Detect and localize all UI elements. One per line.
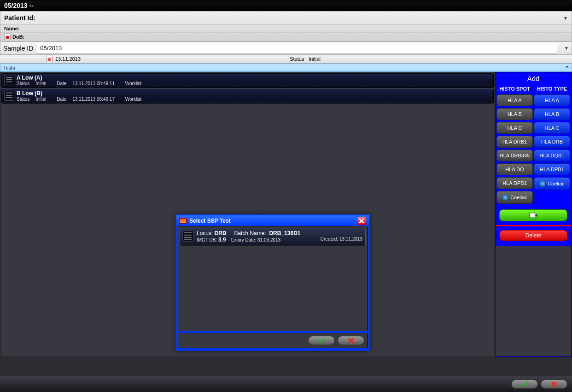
test-item[interactable]: B Low (B) Status Initial Date 13.11.2013…: [1, 89, 494, 104]
col-header-histo-spot: HISTO SPOT: [496, 85, 533, 92]
add-type-hla-dpb1-button[interactable]: HLA DPB1: [534, 163, 570, 175]
calendar-icon[interactable]: ▦: [46, 56, 53, 62]
dialog-footer: [178, 333, 368, 348]
dialog-close-button[interactable]: [357, 217, 366, 225]
patient-name-row: Name:: [0, 24, 572, 33]
dialog-titlebar[interactable]: Select SSP Test: [176, 215, 369, 226]
plate-icon: [4, 91, 14, 101]
add-panel-title: Add: [496, 73, 571, 85]
sample-status-label: Status: [290, 56, 304, 62]
patient-header: Patient Id: ▼ Name: ▦ DoB:: [0, 11, 572, 41]
tests-area: A Low (A) Status Initial Date 13.11.2013…: [0, 72, 572, 357]
add-confirm-button[interactable]: [499, 209, 567, 221]
window-title: 05/2013 --: [0, 0, 572, 11]
window-title-text: 05/2013 --: [4, 2, 34, 9]
page-cancel-button[interactable]: [541, 380, 567, 389]
collapse-icon[interactable]: ^: [566, 65, 569, 70]
select-ssp-test-dialog: Select SSP Test Locus: DRB Batch Name: D…: [175, 214, 370, 351]
sample-id-input[interactable]: [37, 43, 557, 53]
divider: [496, 225, 571, 226]
histo-spot-column: HISTO SPOT HLA A HLA B HLA C HLA DRB1 HL…: [496, 85, 533, 204]
calendar-icon[interactable]: ▦: [4, 34, 11, 40]
ssp-line1: Locus: DRB Batch Name: DRB_136D1: [197, 230, 362, 236]
col-header-histo-type: HISTO TYPE: [534, 85, 570, 92]
test-meta: Status Initial Date 13.11.2013 08:49:17 …: [17, 97, 490, 102]
sample-id-label: Sample ID: [3, 45, 33, 52]
dialog-title-text: Select SSP Test: [189, 218, 231, 224]
plate-icon: [182, 231, 193, 242]
add-type-hla-drb-button[interactable]: HLA DRB: [534, 136, 570, 148]
add-coeliac-type-button[interactable]: Coeliac: [534, 177, 570, 190]
tests-section-header[interactable]: Tests ^: [0, 63, 572, 72]
svg-rect-0: [530, 213, 535, 218]
add-type-hla-dqb1-button[interactable]: HLA DQB1: [534, 150, 570, 161]
add-type-hla-a-button[interactable]: HLA A: [534, 94, 570, 106]
add-hla-c-button[interactable]: HLA C: [496, 122, 533, 134]
ssp-test-item[interactable]: Locus: DRB Batch Name: DRB_136D1 IMGT DB…: [180, 228, 366, 246]
page-ok-button[interactable]: [511, 380, 538, 389]
sample-sub-row: ▦ 13.11.2013 Status Initial: [0, 55, 572, 63]
add-hla-a-button[interactable]: HLA A: [496, 94, 533, 106]
add-panel: Add HISTO SPOT HLA A HLA B HLA C HLA DRB…: [495, 72, 572, 357]
add-hla-drb1-button[interactable]: HLA DRB1: [496, 136, 533, 148]
dialog-app-icon: [179, 218, 187, 224]
sample-status-value: Initial: [309, 56, 321, 62]
bottom-bar: [0, 376, 572, 392]
add-hla-b-button[interactable]: HLA B: [496, 108, 533, 120]
coeliac-icon: [539, 180, 546, 187]
panel-filler: [496, 246, 571, 356]
add-coeliac-spot-button[interactable]: Coeliac: [496, 191, 533, 204]
histo-type-column: HISTO TYPE HLA A HLA B HLA C HLA DRB HLA…: [534, 85, 570, 204]
add-hla-dpb1-button[interactable]: HLA DPB1: [496, 177, 533, 189]
test-item[interactable]: A Low (A) Status Initial Date 13.11.2013…: [1, 73, 494, 88]
app-root: { "title_bar": "05/2013 --", "patient": …: [0, 0, 572, 392]
add-hla-drb345-button[interactable]: HLA DRB345: [496, 150, 533, 161]
test-meta: Status Initial Date 13.11.2013 08:49:11 …: [17, 81, 490, 86]
sample-row: Sample ID ▼: [0, 41, 572, 55]
test-title: B Low (B): [17, 90, 490, 97]
dialog-cancel-button[interactable]: [338, 336, 364, 345]
add-columns: HISTO SPOT HLA A HLA B HLA C HLA DRB1 HL…: [496, 85, 571, 204]
patient-id-dropdown-icon[interactable]: ▼: [563, 16, 568, 21]
patient-dob-label: DoB:: [12, 34, 24, 40]
patient-id-label: Patient Id:: [4, 14, 35, 22]
dialog-ok-button[interactable]: [308, 336, 335, 345]
add-type-hla-c-button[interactable]: HLA C: [534, 122, 570, 134]
sample-dropdown-icon[interactable]: ▼: [564, 46, 569, 51]
patient-name-label: Name:: [4, 26, 20, 31]
plate-icon: [4, 75, 14, 85]
dialog-body: Locus: DRB Batch Name: DRB_136D1 IMGT DB…: [178, 226, 368, 331]
sample-date: 13.11.2013: [55, 56, 81, 62]
tests-header-label: Tests: [3, 65, 15, 70]
patient-id-row: Patient Id: ▼: [0, 12, 572, 24]
patient-dob-row: ▦ DoB:: [0, 33, 572, 41]
test-title: A Low (A): [17, 75, 490, 81]
add-type-hla-b-button[interactable]: HLA B: [534, 108, 570, 120]
ssp-line2: IMGT DB: 3.9 Expiry Date: 31.03.2013 Cre…: [197, 236, 362, 243]
coeliac-icon: [502, 194, 508, 201]
delete-button[interactable]: Delete: [499, 230, 567, 241]
add-hla-dq-button[interactable]: HLA DQ: [496, 163, 533, 175]
tests-list: A Low (A) Status Initial Date 13.11.2013…: [0, 72, 495, 357]
